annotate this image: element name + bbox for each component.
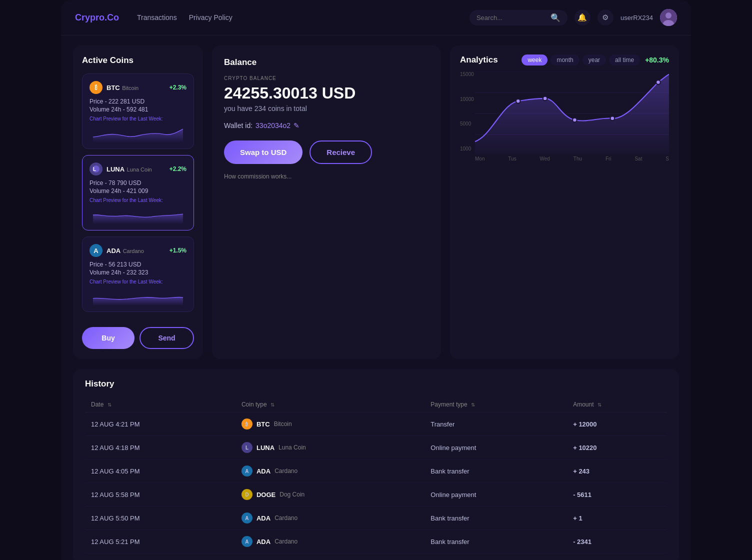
history-table-header: Date ⇅ Coin type ⇅ Payment type ⇅ Amount… xyxy=(85,397,667,412)
swap-button[interactable]: Swap to USD xyxy=(224,140,302,164)
cell-amount: + 243 xyxy=(567,460,667,483)
cell-amount: + 10220 xyxy=(567,436,667,460)
cell-coin: A ADA Cardano xyxy=(236,460,424,483)
cell-coin: L LUNA Luna Coin xyxy=(236,436,424,460)
analytics-controls: week month year all time +80.3% xyxy=(522,54,669,66)
period-tab-alltime[interactable]: all time xyxy=(609,54,640,66)
cell-date: 12 AUG 5:50 PM xyxy=(85,506,236,530)
wallet-id-value: 33o2034o2 xyxy=(256,122,290,130)
table-coin-name: Luna Coin xyxy=(278,444,306,451)
coin-sort-icon: ⇅ xyxy=(270,402,274,408)
header-right: 🔍 🔔 ⚙ userRX234 xyxy=(470,9,677,26)
nav-transactions[interactable]: Transactions xyxy=(137,14,177,22)
ada-price: Price - 56 213 USD xyxy=(90,261,186,268)
btc-change: +2.3% xyxy=(170,84,186,91)
coin-card-ada[interactable]: A ADA Cardano +1.5% Price - 56 213 USD V… xyxy=(82,236,194,312)
col-coin-type[interactable]: Coin type ⇅ xyxy=(236,397,424,412)
coin-header-btc: ₿ BTC Bitcoin +2.3% xyxy=(90,81,186,94)
send-button[interactable]: Send xyxy=(140,327,194,349)
wallet-id-prefix: Wallet id: xyxy=(224,122,252,130)
cell-payment: Bank transfer xyxy=(424,506,567,530)
table-row: 12 AUG 4:18 PM L LUNA Luna Coin Online p… xyxy=(85,436,667,460)
table-coin-ticker: ADA xyxy=(256,514,270,522)
cell-amount: - 2341 xyxy=(567,530,667,554)
wallet-edit-icon[interactable]: ✎ xyxy=(294,122,300,130)
coin-card-btc[interactable]: ₿ BTC Bitcoin +2.3% Price - 222 281 USD … xyxy=(82,74,194,149)
search-bar[interactable]: 🔍 xyxy=(470,10,568,26)
btc-name: Bitcoin xyxy=(122,85,138,91)
table-coin-ticker: DOGE xyxy=(256,491,276,498)
notification-icon[interactable]: 🔔 xyxy=(574,10,590,26)
luna-chart-label: Chart Preview for the Last Week: xyxy=(90,198,186,203)
svg-point-12 xyxy=(610,116,615,120)
commission-link[interactable]: How commission works... xyxy=(224,173,429,180)
cell-coin: A ADA Cardano xyxy=(236,506,424,530)
avatar[interactable] xyxy=(660,9,677,26)
cell-payment: Online payment xyxy=(424,436,567,460)
table-coin-name: Cardano xyxy=(274,538,298,545)
balance-coins-total: you have 234 coins in total xyxy=(224,104,429,112)
cell-payment: Bank transfer xyxy=(424,460,567,483)
table-coin-name: Cardano xyxy=(274,468,298,474)
btc-price: Price - 222 281 USD xyxy=(90,98,186,105)
nav-privacy[interactable]: Privacy Policy xyxy=(189,14,232,22)
btc-mini-chart xyxy=(90,124,186,142)
cell-date: 12 AUG 4:18 PM xyxy=(85,436,236,460)
cell-amount: - 5611 xyxy=(567,483,667,506)
coin-card-luna[interactable]: L LUNA Luna Coin +2.2% Price - 78 790 US… xyxy=(82,155,194,230)
buy-button[interactable]: Buy xyxy=(82,327,134,349)
settings-icon[interactable]: ⚙ xyxy=(598,10,614,26)
cell-payment: Online payment xyxy=(424,483,567,506)
luna-mini-chart xyxy=(90,206,186,224)
ada-table-icon: A xyxy=(242,512,252,524)
search-input[interactable] xyxy=(476,14,546,22)
active-coins-title: Active Coins xyxy=(82,56,194,66)
analytics-change: +80.3% xyxy=(645,56,669,64)
table-row: 12 AUG 5:50 PM A ADA Cardano Bank transf… xyxy=(85,506,667,530)
balance-buttons: Swap to USD Recieve xyxy=(224,140,429,164)
analytics-chart-svg xyxy=(475,72,669,155)
logo[interactable]: Crypro.Co xyxy=(75,12,119,23)
btc-ticker: BTC xyxy=(106,84,120,92)
coin-info-luna: L LUNA Luna Coin xyxy=(90,162,152,176)
ada-icon: A xyxy=(90,244,102,257)
ada-chart-label: Chart Preview for the Last Week: xyxy=(90,279,186,284)
ada-mini-chart xyxy=(90,288,186,306)
doge-table-icon: D xyxy=(242,489,252,500)
svg-point-10 xyxy=(543,96,548,101)
amount-sort-icon: ⇅ xyxy=(598,402,602,408)
period-tab-year[interactable]: year xyxy=(582,54,606,66)
cell-coin: D DOGE Dog Coin xyxy=(236,483,424,506)
table-row: 12 AUG 5:58 PM D DOGE Dog Coin Online pa… xyxy=(85,483,667,506)
ada-ticker: ADA xyxy=(106,247,120,254)
analytics-chart: 15000 10000 5000 1000 xyxy=(460,72,669,162)
buy-send-row: Buy Send xyxy=(82,322,194,349)
receive-button[interactable]: Recieve xyxy=(310,140,372,164)
svg-point-9 xyxy=(516,99,520,104)
history-table: Date ⇅ Coin type ⇅ Payment type ⇅ Amount… xyxy=(85,397,667,554)
chart-y-labels: 15000 10000 5000 1000 xyxy=(460,72,474,162)
history-title: History xyxy=(85,379,667,389)
table-coin-ticker: ADA xyxy=(256,468,270,475)
btc-volume: Volume 24h - 592 481 xyxy=(90,106,186,113)
col-date[interactable]: Date ⇅ xyxy=(85,397,236,412)
svg-point-13 xyxy=(656,80,660,84)
table-row: 12 AUG 4:05 PM A ADA Cardano Bank transf… xyxy=(85,460,667,483)
btc-chart-label: Chart Preview for the Last Week: xyxy=(90,116,186,122)
cell-coin: ₿ BTC Bitcoin xyxy=(236,412,424,436)
balance-panel: Balance CRYPTO BALANCE 24255.30013 USD y… xyxy=(212,46,441,359)
svg-point-1 xyxy=(666,12,672,18)
chart-x-labels: Mon Tus Wed Thu Fri Sat S xyxy=(475,156,669,162)
cell-date: 12 AUG 5:58 PM xyxy=(85,483,236,506)
table-coin-name: Dog Coin xyxy=(280,491,304,498)
cell-amount: + 12000 xyxy=(567,412,667,436)
payment-sort-icon: ⇅ xyxy=(471,402,475,408)
coin-info-ada: A ADA Cardano xyxy=(90,244,144,257)
ada-table-icon: A xyxy=(242,466,252,476)
luna-table-icon: L xyxy=(242,442,252,453)
col-payment-type[interactable]: Payment type ⇅ xyxy=(424,397,567,412)
period-tab-week[interactable]: week xyxy=(522,54,548,66)
col-amount[interactable]: Amount ⇅ xyxy=(567,397,667,412)
search-icon[interactable]: 🔍 xyxy=(550,13,560,22)
period-tab-month[interactable]: month xyxy=(550,54,579,66)
